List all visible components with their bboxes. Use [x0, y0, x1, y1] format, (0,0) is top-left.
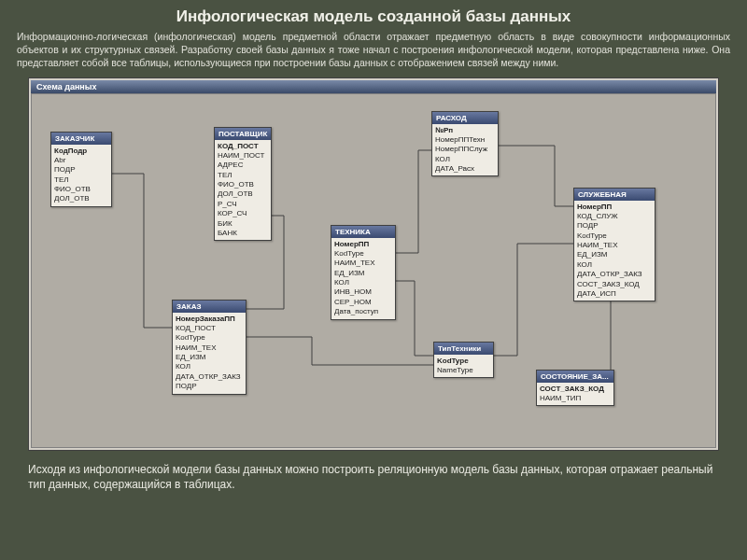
table-title: СОСТОЯНИЕ_ЗА...: [537, 371, 613, 383]
field: KodType: [577, 231, 652, 241]
field: ДОЛ_ОТВ: [54, 194, 108, 203]
field: НомерПП: [334, 240, 392, 249]
field: ДАТА_ОТКР_ЗАКЗ: [176, 372, 243, 382]
field: АДРЕС: [218, 161, 268, 170]
field: ТЕЛ: [54, 175, 108, 185]
field: ПОДР: [577, 221, 652, 231]
table-sluzhebnaya[interactable]: СЛУЖЕБНАЯ НомерПП КОД_СЛУЖ ПОДР KodType …: [573, 188, 655, 302]
field: КОЛ: [435, 155, 495, 164]
field: ДОЛ_ОТВ: [218, 189, 268, 199]
field: СОСТ_ЗАКЗ_КОД: [577, 280, 652, 289]
field: КОД_СЛУЖ: [577, 212, 652, 221]
field: БИК: [218, 219, 268, 229]
table-postavshik[interactable]: ПОСТАВЩИК КОД_ПОСТ НАИМ_ПОСТ АДРЕС ТЕЛ Ф…: [214, 127, 272, 242]
field: ДАТА_ОТКР_ЗАКЗ: [577, 270, 652, 279]
field: KodType: [334, 249, 392, 259]
intro-text: Информационно-логическая (инфологическая…: [0, 30, 747, 76]
field: ФИО_ОТВ: [54, 185, 108, 194]
field: ЕД_ИЗМ: [577, 250, 652, 259]
field: НАИМ_ТЕХ: [176, 343, 243, 353]
table-title: ПОСТАВЩИК: [215, 128, 271, 140]
table-sostoyanie[interactable]: СОСТОЯНИЕ_ЗА... СОСТ_ЗАКЗ_КОД НАИМ_ТИП: [536, 370, 614, 407]
field: №Рп: [435, 126, 495, 135]
field: КОЛ: [577, 260, 652, 270]
outro-text: Исходя из инфологической модели базы дан…: [0, 456, 747, 499]
table-title: ЗАКАЗЧИК: [51, 133, 111, 145]
field: НАИМ_ТЕХ: [334, 259, 392, 268]
field: КОЛ: [176, 362, 243, 371]
schema-canvas: ЗАКАЗЧИК КодПодр Abr ПОДР ТЕЛ ФИО_ОТВ ДО…: [31, 93, 716, 448]
field: НАИМ_ПОСТ: [218, 151, 268, 161]
field: НомерПП: [577, 203, 652, 212]
field: СЕР_НОМ: [334, 298, 392, 307]
field: Р_СЧ: [218, 200, 268, 209]
table-tehnika[interactable]: ТЕХНИКА НомерПП KodType НАИМ_ТЕХ ЕД_ИЗМ …: [331, 225, 396, 320]
field: КОЛ: [334, 278, 392, 287]
field: ДАТА_ИСП: [577, 289, 652, 299]
field: НомерЗаказаПП: [176, 315, 243, 324]
field: ЕД_ИЗМ: [334, 269, 392, 278]
page-title: Инфологическая модель созданной базы дан…: [0, 0, 747, 30]
field: ФИО_ОТВ: [218, 180, 268, 189]
field: ДАТА_Расх: [435, 164, 495, 174]
field: НАИМ_ТЕХ: [577, 241, 652, 250]
field: Дата_поступ: [334, 307, 392, 316]
field: ПОДР: [54, 165, 108, 175]
field: СОСТ_ЗАКЗ_КОД: [540, 385, 611, 394]
field: KodType: [437, 357, 490, 366]
field: ЕД_ИЗМ: [176, 353, 243, 362]
field: НомерППТехн: [435, 135, 495, 145]
table-title: РАСХОД: [432, 112, 498, 124]
field: КодПодр: [54, 147, 108, 156]
window-titlebar: Схема данных: [31, 80, 716, 93]
field: НАИМ_ТИП: [540, 394, 611, 403]
table-title: ТЕХНИКА: [331, 226, 395, 238]
table-title: ЗАКАЗ: [173, 301, 246, 313]
table-zakaz[interactable]: ЗАКАЗ НомерЗаказаПП КОД_ПОСТ KodType НАИ…: [172, 300, 247, 395]
field: Abr: [54, 156, 108, 165]
field: ПОДР: [176, 382, 243, 391]
field: КОР_СЧ: [218, 209, 268, 218]
field: НомерППСлуж: [435, 145, 495, 154]
table-title: СЛУЖЕБНАЯ: [574, 189, 655, 201]
field: БАНК: [218, 229, 268, 238]
field: NameType: [437, 366, 490, 375]
diagram-window: Схема данных: [28, 77, 719, 451]
table-zakazchik[interactable]: ЗАКАЗЧИК КодПодр Abr ПОДР ТЕЛ ФИО_ОТВ ДО…: [50, 132, 112, 207]
field: КОД_ПОСТ: [218, 142, 268, 151]
field: ТЕЛ: [218, 171, 268, 180]
field: КОД_ПОСТ: [176, 324, 243, 333]
field: ИНВ_НОМ: [334, 287, 392, 297]
table-title: ТипТехники: [434, 343, 493, 355]
table-tiptehniki[interactable]: ТипТехники KodType NameType: [433, 342, 494, 379]
table-rashod[interactable]: РАСХОД №Рп НомерППТехн НомерППСлуж КОЛ Д…: [431, 111, 499, 177]
field: KodType: [176, 333, 243, 343]
